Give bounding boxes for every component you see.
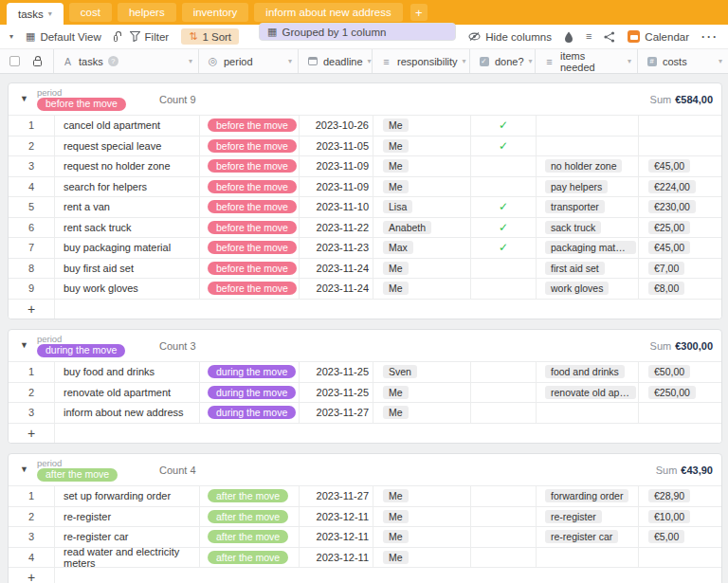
cell-costs[interactable]: €8,00 <box>638 279 721 299</box>
tab-inform-about-new-address[interactable]: inform about new address <box>254 3 402 22</box>
column-description-icon[interactable]: ? <box>108 56 118 66</box>
hide-columns-button[interactable]: Hide columns <box>468 31 552 43</box>
cell-items-needed[interactable]: transporter <box>536 197 638 217</box>
select-all-checkbox[interactable] <box>9 56 20 66</box>
cell-task-name[interactable]: buy work gloves <box>54 279 199 299</box>
column-menu-icon[interactable]: ▾ <box>529 57 533 65</box>
cell-deadline[interactable]: 2023-12-11 <box>299 527 373 547</box>
cell-costs[interactable]: €250,00 <box>638 383 721 403</box>
collapse-group-icon[interactable]: ▼ <box>20 465 28 474</box>
cell-items-needed[interactable]: no holder zone <box>536 156 638 176</box>
cell-deadline[interactable]: 2023-11-24 <box>299 279 373 299</box>
more-options-button[interactable]: ··· <box>701 30 719 44</box>
cell-task-name[interactable]: buy food and drinks <box>54 362 199 382</box>
cell-items-needed[interactable] <box>536 116 638 136</box>
cell-period[interactable]: before the move <box>199 238 299 258</box>
cell-task-name[interactable]: rent a van <box>54 197 199 217</box>
table-row[interactable]: 1 set up forwarding order after the move… <box>9 485 721 506</box>
cell-deadline[interactable]: 2023-11-22 <box>299 218 373 238</box>
lock-view-icon[interactable] <box>114 35 118 42</box>
cell-costs[interactable]: €50,00 <box>638 362 721 382</box>
cell-deadline[interactable]: 2023-11-27 <box>299 486 373 506</box>
cell-items-needed[interactable]: renovate old apart... <box>536 383 638 403</box>
share-button[interactable] <box>604 31 615 43</box>
column-header-items-needed[interactable]: ≡items needed▾ <box>535 49 637 73</box>
cell-responsibility[interactable]: Me <box>373 156 470 176</box>
table-row[interactable]: 2 request special leave before the move … <box>9 136 721 156</box>
cell-costs[interactable] <box>638 403 721 423</box>
cell-costs[interactable] <box>638 137 721 156</box>
column-menu-icon[interactable]: ▾ <box>368 57 372 65</box>
table-row[interactable]: 7 buy packaging material before the move… <box>9 237 721 258</box>
tab-cost[interactable]: cost <box>69 3 112 22</box>
cell-costs[interactable]: €224,00 <box>638 177 721 197</box>
cell-costs[interactable] <box>638 116 721 136</box>
tab-inventory[interactable]: inventory <box>182 3 249 22</box>
table-row[interactable]: 2 renovate old apartment during the move… <box>9 382 721 403</box>
cell-done[interactable] <box>470 403 536 423</box>
cell-period[interactable]: after the move <box>199 486 299 506</box>
cell-items-needed[interactable]: sack truck <box>536 218 638 238</box>
cell-period[interactable]: before the move <box>199 156 299 176</box>
filter-button[interactable]: Filter <box>130 31 170 43</box>
table-row[interactable]: 3 inform about new address during the mo… <box>9 402 721 423</box>
group-button[interactable]: ▦ Grouped by 1 column <box>259 23 456 41</box>
cell-deadline[interactable]: 2023-11-25 <box>299 383 373 403</box>
cell-period[interactable]: during the move <box>199 362 299 382</box>
cell-deadline[interactable]: 2023-11-23 <box>299 238 373 258</box>
cell-items-needed[interactable]: re-register car <box>536 527 638 547</box>
cell-items-needed[interactable]: pay helpers <box>536 177 638 197</box>
cell-task-name[interactable]: rent sack truck <box>54 218 199 238</box>
table-row[interactable]: 2 re-register after the move 2023-12-11 … <box>9 506 721 527</box>
cell-costs[interactable]: €7,00 <box>638 259 721 279</box>
cell-task-name[interactable]: cancel old apartment <box>54 116 199 136</box>
cell-period[interactable]: after the move <box>199 527 299 547</box>
cell-responsibility[interactable]: Me <box>373 527 470 547</box>
cell-task-name[interactable]: inform about new address <box>54 403 199 423</box>
cell-period[interactable]: before the move <box>199 259 299 279</box>
column-header-tasks[interactable]: Atasks?▾ <box>53 49 198 73</box>
column-header-responsibility[interactable]: ≡responsibility▾ <box>372 49 469 73</box>
tab-tasks[interactable]: tasks▾ <box>7 3 64 25</box>
cell-done[interactable] <box>470 383 536 403</box>
cell-deadline[interactable]: 2023-12-11 <box>299 548 373 568</box>
cell-deadline[interactable]: 2023-10-26 <box>299 116 373 136</box>
cell-deadline[interactable]: 2023-11-24 <box>299 259 373 279</box>
cell-done[interactable] <box>470 527 536 547</box>
add-row-button[interactable]: + <box>9 567 721 583</box>
cell-done[interactable] <box>470 177 536 197</box>
cell-task-name[interactable]: re-register car <box>54 527 199 547</box>
cell-deadline[interactable]: 2023-11-25 <box>299 362 373 382</box>
cell-period[interactable]: before the move <box>199 137 299 156</box>
add-row-button[interactable]: + <box>9 423 721 444</box>
cell-items-needed[interactable]: work gloves <box>536 279 638 299</box>
cell-items-needed[interactable] <box>536 403 638 423</box>
cell-responsibility[interactable]: Me <box>373 259 470 279</box>
table-row[interactable]: 8 buy first aid set before the move 2023… <box>9 258 721 279</box>
column-menu-icon[interactable]: ▾ <box>189 57 192 65</box>
add-table-button[interactable]: + <box>410 4 428 21</box>
cell-responsibility[interactable]: Me <box>373 116 470 136</box>
cell-task-name[interactable]: buy first aid set <box>54 259 199 279</box>
column-header-done[interactable]: ✓done?▾ <box>469 49 535 73</box>
table-row[interactable]: 9 buy work gloves before the move 2023-1… <box>9 278 721 299</box>
collapse-group-icon[interactable]: ▼ <box>20 94 28 103</box>
cell-costs[interactable]: €45,00 <box>638 156 721 176</box>
cell-responsibility[interactable]: Anabeth <box>373 218 470 238</box>
tab-helpers[interactable]: helpers <box>118 3 176 22</box>
cell-done[interactable] <box>470 259 536 279</box>
cell-done[interactable] <box>470 279 536 299</box>
cell-task-name[interactable]: re-register <box>54 507 199 527</box>
calendar-plugin-button[interactable]: Calendar <box>628 30 689 43</box>
cell-deadline[interactable]: 2023-11-10 <box>299 197 373 217</box>
cell-done[interactable] <box>470 486 536 506</box>
cell-period[interactable]: before the move <box>199 197 299 217</box>
cell-period[interactable]: before the move <box>199 218 299 238</box>
table-row[interactable]: 1 cancel old apartment before the move 2… <box>9 115 721 136</box>
cell-items-needed[interactable]: forwarding order <box>536 486 638 506</box>
table-row[interactable]: 4 read water and electricity meters afte… <box>9 547 721 568</box>
cell-done[interactable] <box>470 362 536 382</box>
cell-responsibility[interactable]: Me <box>373 548 470 568</box>
cell-costs[interactable]: €10,00 <box>638 507 721 527</box>
table-row[interactable]: 3 re-register car after the move 2023-12… <box>9 526 721 547</box>
